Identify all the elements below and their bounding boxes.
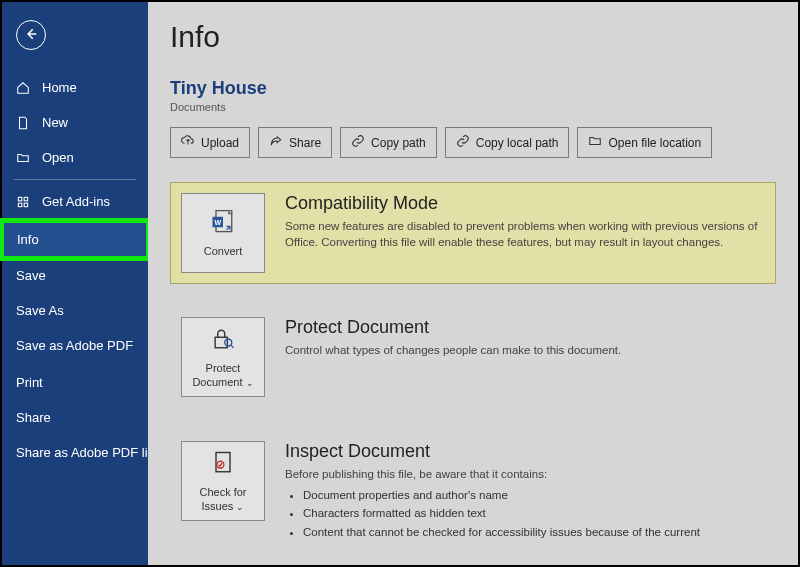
sidebar-item-label: Info [17,232,39,247]
sidebar-item-saveas[interactable]: Save As [2,295,148,326]
back-button[interactable] [16,20,46,50]
sidebar-item-label: Print [16,375,43,390]
folder-icon [588,134,602,151]
button-label: Copy path [371,136,426,150]
section-desc: Before publishing this file, be aware th… [285,466,700,482]
section-desc: Some new features are disabled to preven… [285,218,765,250]
sidebar-item-label: Get Add-ins [42,194,110,209]
sidebar-item-print[interactable]: Print [2,367,148,398]
tile-label: Convert [204,245,243,258]
sidebar-item-save-adobe[interactable]: Save as Adobe PDF [2,330,148,363]
folder-open-icon [16,151,32,165]
list-item: Characters formatted as hidden text [303,504,700,522]
button-label: Open file location [608,136,701,150]
button-label: Share [289,136,321,150]
link-icon [351,134,365,151]
button-label: Copy local path [476,136,559,150]
upload-button[interactable]: Upload [170,127,250,158]
svg-rect-7 [215,337,227,348]
section-title: Compatibility Mode [285,193,765,214]
list-item: Document properties and author's name [303,486,700,504]
sidebar-item-label: Share [16,410,51,425]
svg-point-8 [225,339,232,346]
sidebar-item-label: Save [16,268,46,283]
home-icon [16,81,32,95]
tile-label: Check for Issues ⌄ [184,486,262,512]
lock-search-icon [209,325,237,356]
sidebar-item-save[interactable]: Save [2,260,148,291]
sidebar-item-open[interactable]: Open [2,142,148,173]
action-toolbar: Upload Share Copy path Copy local path O… [170,127,776,158]
copy-path-button[interactable]: Copy path [340,127,437,158]
convert-button[interactable]: W Convert [181,193,265,273]
sidebar-item-label: Home [42,80,77,95]
inspect-text: Inspect Document Before publishing this … [285,441,700,541]
protect-text: Protect Document Control what types of c… [285,317,621,397]
check-issues-button[interactable]: Check for Issues ⌄ [181,441,265,521]
copy-local-path-button[interactable]: Copy local path [445,127,570,158]
chevron-down-icon: ⌄ [246,378,254,388]
sidebar-separator [14,179,136,180]
protect-section: Protect Document ⌄ Protect Document Cont… [170,306,776,408]
sidebar-item-info[interactable]: Info [2,221,148,258]
link-icon [456,134,470,151]
section-title: Inspect Document [285,441,700,462]
sidebar-item-label: New [42,115,68,130]
sidebar-item-addins[interactable]: Get Add-ins [2,186,148,217]
sidebar-item-new[interactable]: New [2,107,148,138]
chevron-down-icon: ⌄ [236,502,244,512]
upload-icon [181,134,195,151]
share-icon [269,134,283,151]
sidebar-item-home[interactable]: Home [2,72,148,103]
sidebar-item-label: Open [42,150,74,165]
sidebar-item-label: Save As [16,303,64,318]
sidebar-item-label: Share as Adobe PDF link [16,445,161,462]
inspect-doc-icon [209,449,237,480]
backstage-sidebar: Home New Open Get Add-ins Info Save Save… [2,2,148,565]
svg-rect-0 [18,197,22,201]
addins-icon [16,195,32,209]
tile-label: Protect Document ⌄ [184,362,262,388]
sidebar-item-label: Save as Adobe PDF [16,338,133,355]
section-title: Protect Document [285,317,621,338]
word-doc-icon: W [209,208,237,239]
inspect-list: Document properties and author's name Ch… [303,486,700,541]
section-desc: Control what types of changes people can… [285,342,621,358]
main-panel: Info Tiny House Documents Upload Share C… [148,2,798,565]
sidebar-item-share[interactable]: Share [2,402,148,433]
compatibility-section: W Convert Compatibility Mode Some new fe… [170,182,776,284]
svg-rect-2 [18,203,22,207]
svg-text:W: W [214,218,221,225]
inspect-section: Check for Issues ⌄ Inspect Document Befo… [170,430,776,552]
compatibility-text: Compatibility Mode Some new features are… [285,193,765,273]
document-title: Tiny House [170,78,776,99]
button-label: Upload [201,136,239,150]
protect-document-button[interactable]: Protect Document ⌄ [181,317,265,397]
svg-rect-3 [24,203,28,207]
arrow-left-icon [24,27,38,44]
open-file-location-button[interactable]: Open file location [577,127,712,158]
share-button[interactable]: Share [258,127,332,158]
sidebar-item-share-adobe[interactable]: Share as Adobe PDF link [2,437,148,470]
document-location: Documents [170,101,776,113]
svg-rect-1 [24,197,28,201]
list-item: Content that cannot be checked for acces… [303,523,700,541]
page-title: Info [170,20,776,54]
new-doc-icon [16,116,32,130]
